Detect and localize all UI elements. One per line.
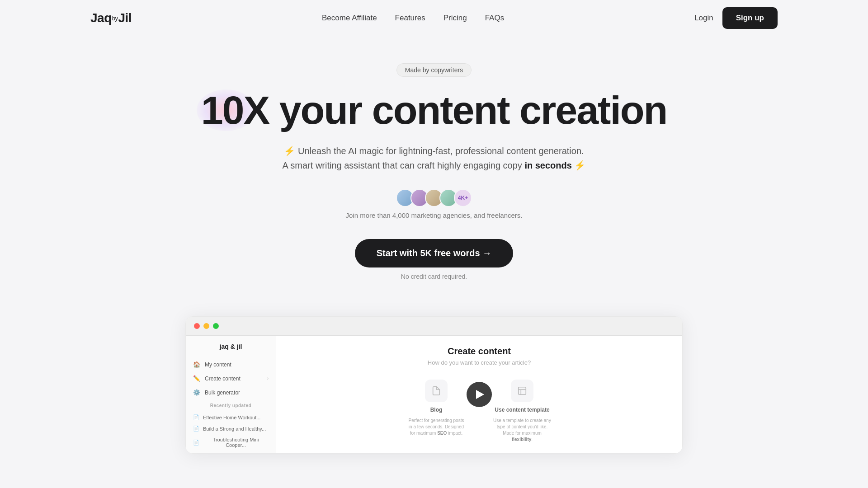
hero-section: Made by copywriters 10X your content cre… [0,36,868,472]
recent-item-text: Troubleshooting Mini Cooper... [203,437,269,448]
signup-button[interactable]: Sign up [722,7,778,29]
recent-item-text: Effective Home Workout... [203,415,260,420]
logo-jil: Jil [118,11,132,25]
avatar-group: 4K+ [396,189,472,207]
document-icon: 📄 [193,426,199,432]
hero-headline: 10X your content creation [201,89,667,131]
option-blog[interactable]: Blog Perfect for generating posts in a f… [407,380,466,436]
template-label: Use content template [495,407,549,413]
hero-subtitle-suffix: ⚡ [572,160,586,170]
recent-item-text: Build a Strong and Healthy... [203,426,266,432]
logo-jaq: Jaq [90,11,112,25]
play-button[interactable] [467,382,492,407]
avatar-count: 4K+ [454,189,472,207]
sidebar-item-my-content[interactable]: 🏠 My content [186,357,276,371]
nav-item-pricing[interactable]: Pricing [443,14,467,23]
pricing-link[interactable]: Pricing [443,14,467,22]
hero-headline-10x: 10X [201,89,269,131]
made-by-badge: Made by copywriters [396,63,472,77]
app-sidebar: jaq & jil 🏠 My content ✏️ Create content… [186,336,276,453]
hero-subtitle-bold: in seconds [524,160,571,170]
affiliate-link[interactable]: Become Affiliate [322,14,377,22]
app-logo: jaq & jil [186,343,276,357]
nav-item-affiliate[interactable]: Become Affiliate [322,14,377,23]
template-desc: Use a template to create any type of con… [493,418,552,443]
app-main: Create content How do you want to create… [276,336,682,453]
main-subtitle: How do you want to create your article? [428,359,531,366]
features-link[interactable]: Features [395,14,425,22]
window-dot-red [194,323,200,329]
login-button[interactable]: Login [694,14,713,23]
cta-button[interactable]: Start with 5K free words → [355,239,514,267]
app-body: jaq & jil 🏠 My content ✏️ Create content… [186,336,682,453]
cta-section: Start with 5K free words → No credit car… [355,239,514,280]
document-icon: 📄 [193,414,199,420]
edit-icon: ✏️ [193,375,200,382]
svg-rect-0 [519,387,526,395]
home-icon: 🏠 [193,361,200,368]
sidebar-item-bulk-generator[interactable]: ⚙️ Bulk generator [186,385,276,399]
nav-links: Become Affiliate Features Pricing FAQs [322,14,504,23]
nav-item-faqs[interactable]: FAQs [485,14,505,23]
main-title: Create content [448,346,511,357]
navbar: JaqbyJil Become Affiliate Features Prici… [0,0,868,36]
no-credit-text: No credit card required. [401,273,467,280]
recent-item[interactable]: 📄 Effective Home Workout... [186,412,276,423]
option-template[interactable]: Use content template Use a template to c… [493,380,552,443]
blog-label: Blog [430,407,443,413]
sidebar-item-label: Create content [205,375,241,382]
gear-icon: ⚙️ [193,389,200,396]
template-icon [511,380,533,402]
hero-headline-rest: your content creation [269,88,667,132]
logo-by: by [112,15,118,22]
app-preview: jaq & jil 🏠 My content ✏️ Create content… [185,316,683,454]
sidebar-item-create-content[interactable]: ✏️ Create content › [186,371,276,385]
faqs-link[interactable]: FAQs [485,14,505,22]
recent-item[interactable]: 📄 Build a Strong and Healthy... [186,423,276,434]
window-dot-yellow [203,323,209,329]
social-proof-text: Join more than 4,000 marketing agencies,… [345,211,522,219]
nav-right: Login Sign up [694,7,778,29]
sidebar-item-label: Bulk generator [205,389,240,396]
window-bar [186,317,682,336]
recent-item[interactable]: 📄 Troubleshooting Mini Cooper... [186,434,276,450]
blog-icon [425,380,448,402]
social-proof: 4K+ Join more than 4,000 marketing agenc… [345,189,522,219]
logo[interactable]: JaqbyJil [90,11,132,25]
sidebar-recently-updated-label: Recently updated [193,403,269,408]
blog-desc: Perfect for generating posts in a few se… [407,418,466,436]
chevron-right-icon: › [267,376,269,381]
document-icon: 📄 [193,440,199,446]
hero-subtitle: ⚡ Unleash the AI magic for lightning-fas… [280,144,588,173]
nav-item-features[interactable]: Features [395,14,425,23]
window-dot-green [213,323,219,329]
sidebar-item-label: My content [205,361,231,368]
